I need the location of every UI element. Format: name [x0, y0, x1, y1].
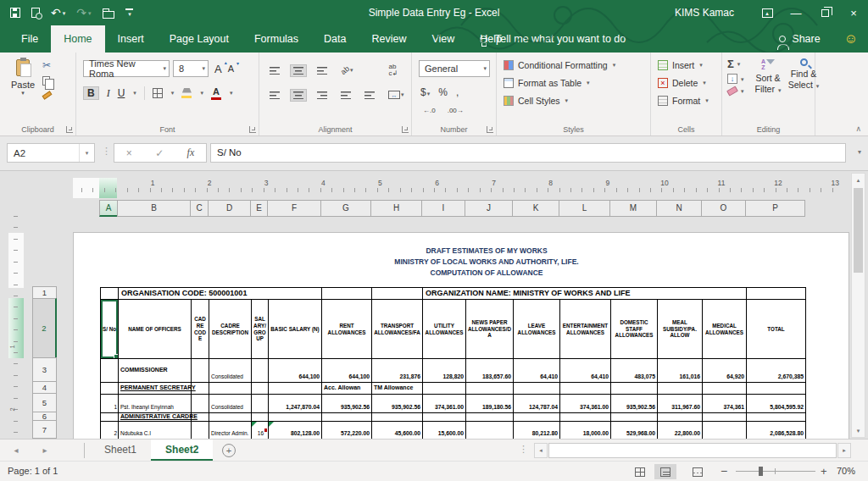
- menu-tab-formulas[interactable]: Formulas: [242, 25, 311, 53]
- redo-dropdown-icon[interactable]: ▾: [88, 10, 92, 16]
- fill-button[interactable]: ↓▾: [727, 74, 744, 84]
- cell-r5c10[interactable]: 189,180.56: [465, 394, 514, 413]
- zoom-in-button[interactable]: +: [821, 462, 827, 481]
- font-size-dropdown-icon[interactable]: ▾: [202, 65, 205, 72]
- cell-r3c15[interactable]: 64,920: [702, 358, 747, 383]
- cell-r1c1[interactable]: [100, 287, 119, 300]
- column-header-L[interactable]: L: [559, 200, 610, 217]
- cell-r4c2[interactable]: PERMANENT SECRETARY: [118, 382, 192, 395]
- insert-cells-button[interactable]: Insert▾: [653, 58, 714, 73]
- clear-button[interactable]: ▾: [727, 88, 744, 94]
- customize-qat-button[interactable]: ▾: [125, 8, 133, 17]
- cell-r7c10[interactable]: [465, 421, 514, 439]
- cell-r4c16[interactable]: [746, 382, 806, 395]
- cell-r3c5[interactable]: [251, 358, 269, 383]
- cell-r1c16[interactable]: [746, 287, 806, 300]
- autosum-button[interactable]: Σ▾: [727, 58, 744, 69]
- cell-r3c9[interactable]: 128,820: [422, 358, 466, 383]
- column-header-M[interactable]: M: [609, 200, 657, 217]
- share-button[interactable]: Share: [779, 33, 820, 45]
- column-header-C[interactable]: C: [190, 200, 209, 217]
- new-sheet-button[interactable]: +: [222, 444, 236, 457]
- menu-tab-review[interactable]: Review: [359, 25, 419, 53]
- row-header-7[interactable]: 7: [32, 420, 57, 439]
- font-color-button[interactable]: A: [211, 87, 221, 100]
- save-button[interactable]: [10, 8, 20, 18]
- column-header-E[interactable]: E: [250, 200, 268, 217]
- column-header-K[interactable]: K: [512, 200, 559, 217]
- cell-r7c3[interactable]: [191, 421, 209, 439]
- cell-r5c6[interactable]: 1,247,870.04: [268, 394, 322, 413]
- column-header-D[interactable]: D: [208, 200, 251, 217]
- cell-r2c9[interactable]: UTILITY ALLOWANCES: [422, 299, 466, 359]
- insert-function-button[interactable]: fx: [187, 147, 195, 159]
- menu-tab-page-layout[interactable]: Page Layout: [157, 25, 242, 53]
- open-button[interactable]: [103, 8, 114, 19]
- cell-r4c14[interactable]: [657, 382, 703, 395]
- minimize-button[interactable]: —: [782, 0, 810, 25]
- cell-r7c15[interactable]: [702, 421, 747, 439]
- column-header-H[interactable]: H: [370, 200, 422, 217]
- normal-view-button[interactable]: [629, 464, 651, 479]
- cell-r2c4[interactable]: CADRE DESCRIPTION: [209, 299, 252, 359]
- cell-r4c6[interactable]: [268, 382, 322, 395]
- number-format-dropdown-icon[interactable]: ▾: [483, 65, 487, 72]
- cell-r2c16[interactable]: TOTAL: [746, 299, 806, 359]
- menu-tab-insert[interactable]: Insert: [105, 25, 157, 53]
- cell-r1c8[interactable]: [371, 287, 423, 300]
- tell-me-box[interactable]: Tell me what you want to do: [480, 25, 626, 53]
- cell-r4c4[interactable]: [209, 382, 252, 395]
- cell-r3c7[interactable]: 644,100: [321, 358, 372, 383]
- name-box-dropdown-icon[interactable]: ▾: [79, 144, 94, 162]
- menu-tab-view[interactable]: View: [419, 25, 467, 53]
- cell-r4c5[interactable]: [251, 382, 269, 395]
- fill-color-button[interactable]: [181, 88, 192, 98]
- enter-button[interactable]: ✓: [155, 147, 164, 159]
- cell-r3c2[interactable]: COMMISSIONER: [118, 358, 192, 383]
- column-header-J[interactable]: J: [465, 200, 513, 217]
- cell-r7c1[interactable]: 2: [100, 421, 119, 439]
- cell-r3c3[interactable]: [191, 358, 209, 383]
- cell-r7c7[interactable]: 572,220.00: [321, 421, 372, 439]
- accounting-format-button[interactable]: $▾: [420, 86, 430, 98]
- align-center-button[interactable]: [290, 89, 307, 102]
- cell-r2c12[interactable]: ENTERTAINMENT ALLOWANCES: [559, 299, 611, 359]
- cell-r5c15[interactable]: 374,361: [702, 394, 747, 413]
- horizontal-scrollbar-thumb[interactable]: [548, 443, 837, 458]
- copy-button[interactable]: [42, 76, 50, 86]
- format-painter-button[interactable]: [42, 91, 53, 99]
- cell-r4c15[interactable]: [702, 382, 747, 395]
- cell-r3c4[interactable]: Consolidated: [209, 358, 252, 383]
- cell-r7c4[interactable]: Director Admin.: [209, 421, 252, 439]
- row-header-3[interactable]: 3: [32, 357, 57, 382]
- cell-r5c4[interactable]: Consolidated: [209, 394, 252, 413]
- paste-button[interactable]: Paste ▾: [7, 59, 39, 119]
- font-size-combobox[interactable]: 8▾: [173, 60, 209, 77]
- cell-r3c6[interactable]: 644,100: [268, 358, 322, 383]
- column-header-B[interactable]: B: [117, 200, 191, 217]
- zoom-level[interactable]: 70%: [837, 462, 855, 481]
- column-header-O[interactable]: O: [701, 200, 746, 217]
- cell-r2c13[interactable]: DOMESTIC STAFF ALLOWANCES: [610, 299, 658, 359]
- format-as-table-button[interactable]: Format as Table▾: [498, 75, 620, 91]
- print-preview-button[interactable]: [31, 8, 40, 18]
- increase-font-size-button[interactable]: A▴: [214, 63, 222, 75]
- align-bottom-button[interactable]: [314, 64, 331, 77]
- cell-r7c2[interactable]: Ndubuka C.I: [118, 421, 192, 439]
- align-left-button[interactable]: [266, 89, 283, 102]
- comma-style-button[interactable]: ,: [456, 86, 459, 98]
- decrease-decimal-button[interactable]: .00→: [445, 105, 466, 116]
- cell-r5c9[interactable]: 374,361.00: [422, 394, 466, 413]
- underline-dropdown-icon[interactable]: ▾: [133, 90, 136, 97]
- cell-r3c10[interactable]: 183,657.60: [465, 358, 514, 383]
- cell-r2c2[interactable]: NAME OF OFFICERS: [118, 299, 192, 359]
- cancel-button[interactable]: ×: [126, 147, 132, 159]
- cell-r4c13[interactable]: [610, 382, 658, 395]
- close-button[interactable]: ×: [839, 0, 868, 25]
- cell-r4c8[interactable]: TM Allowance: [371, 382, 423, 395]
- menu-tab-home[interactable]: Home: [51, 25, 104, 53]
- percent-style-button[interactable]: %: [438, 86, 448, 98]
- align-middle-button[interactable]: [290, 64, 307, 77]
- row-header-2[interactable]: 2: [32, 298, 57, 358]
- bold-button[interactable]: B: [83, 86, 99, 100]
